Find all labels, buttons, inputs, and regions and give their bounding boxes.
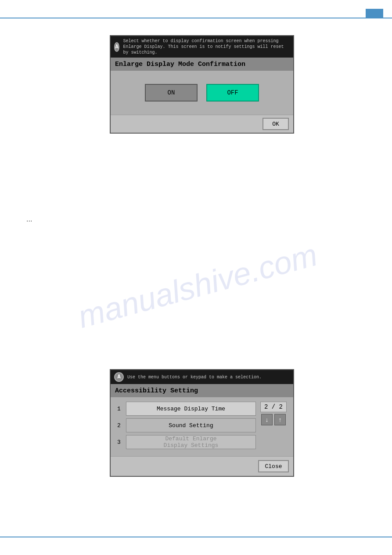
menu-item-1: 1 Message Display Time bbox=[117, 402, 256, 416]
bottom-border-line bbox=[0, 537, 392, 537]
dialog2-body: 1 Message Display Time 2 Sound Setting 3… bbox=[111, 397, 293, 456]
dialog1-header: A Select whether to display confirmation… bbox=[111, 36, 293, 58]
dialog1-button-group: ON OFF bbox=[145, 84, 259, 102]
ok-button[interactable]: OK bbox=[263, 118, 289, 130]
off-button[interactable]: OFF bbox=[206, 84, 259, 102]
menu-item-2: 2 Sound Setting bbox=[117, 418, 256, 432]
menu-num-2: 2 bbox=[117, 422, 126, 429]
dialog1-footer: OK bbox=[111, 115, 293, 133]
menu-button-message-display-time[interactable]: Message Display Time bbox=[126, 402, 256, 416]
top-right-accent bbox=[366, 9, 383, 18]
menu-item-3: 3 Default EnlargeDisplay Settings bbox=[117, 435, 256, 449]
pagination-area: 2 / 2 ↓ ↑ bbox=[260, 402, 287, 452]
ellipsis-text: ... bbox=[26, 215, 32, 223]
dialog2-footer: Close bbox=[111, 456, 293, 476]
menu-button-default-enlarge[interactable]: Default EnlargeDisplay Settings bbox=[126, 435, 256, 449]
dialog2-title: Accessibility Setting bbox=[115, 387, 198, 395]
dialog1-header-icon: A bbox=[114, 42, 119, 52]
dialog2-title-bar: Accessibility Setting bbox=[111, 384, 293, 397]
page-nav-buttons: ↓ ↑ bbox=[261, 414, 286, 425]
menu-num-1: 1 bbox=[117, 406, 126, 412]
dialog2-header-text: Use the menu buttons or keypad to make a… bbox=[127, 374, 262, 380]
dialog1-header-text: Select whether to display confirmation s… bbox=[123, 38, 290, 55]
dialog2-header-icon: A bbox=[114, 372, 124, 382]
top-border-line bbox=[0, 18, 392, 18]
dialog1-title: Enlarge Display Mode Confirmation bbox=[115, 61, 245, 68]
page-down-button[interactable]: ↓ bbox=[261, 414, 273, 425]
on-button[interactable]: ON bbox=[145, 84, 198, 102]
page-counter: 2 / 2 bbox=[260, 402, 287, 412]
dialog-enlarge-display: A Select whether to display confirmation… bbox=[110, 35, 294, 134]
close-button[interactable]: Close bbox=[258, 460, 289, 472]
dialog-accessibility-setting: A Use the menu buttons or keypad to make… bbox=[110, 369, 294, 477]
menu-button-sound-setting[interactable]: Sound Setting bbox=[126, 418, 256, 432]
dialog1-body: ON OFF bbox=[111, 71, 293, 115]
page-up-button[interactable]: ↑ bbox=[274, 414, 286, 425]
menu-list: 1 Message Display Time 2 Sound Setting 3… bbox=[117, 402, 256, 452]
dialog2-header: A Use the menu buttons or keypad to make… bbox=[111, 370, 293, 384]
dialog1-title-bar: Enlarge Display Mode Confirmation bbox=[111, 58, 293, 71]
menu-num-3: 3 bbox=[117, 439, 126, 446]
